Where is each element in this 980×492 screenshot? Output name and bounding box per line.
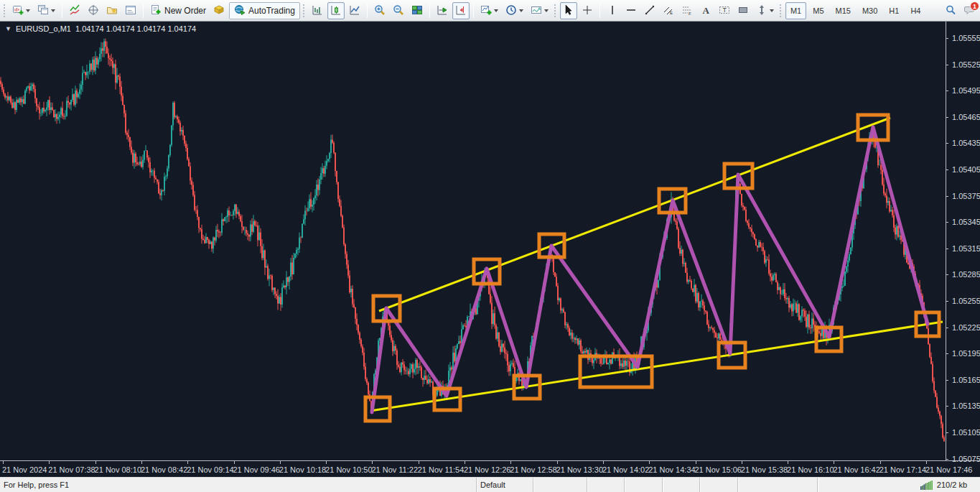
vertical-line-button[interactable] (604, 2, 621, 19)
chart-bars-icon (312, 4, 323, 16)
toolbar-dock-handle[interactable] (3, 4, 6, 18)
trendline-button[interactable] (641, 2, 658, 19)
svg-text:F: F (689, 11, 691, 16)
text-label-button[interactable]: T (716, 2, 733, 19)
toolbar-dock-handle[interactable] (554, 4, 557, 18)
terminal-icon (125, 4, 136, 16)
equidistant-channel-button[interactable]: E (660, 2, 677, 19)
time-axis-label: 21 Nov 15:06 (695, 465, 742, 474)
arrows-icon (756, 4, 767, 16)
navigator-button[interactable] (103, 2, 121, 19)
toolbar-group (364, 0, 426, 22)
chart-bars-button[interactable] (309, 2, 326, 19)
crosshair-button[interactable] (579, 2, 596, 19)
zoom-in-button[interactable] (371, 2, 388, 19)
profiles-button[interactable] (34, 2, 58, 19)
status-profile[interactable]: Default (476, 478, 533, 492)
candlestick-chart[interactable] (0, 22, 980, 477)
auto-scroll-icon (437, 4, 448, 16)
periods-button[interactable] (503, 2, 526, 19)
connection-traffic-label: 210/2 kb (937, 481, 967, 489)
dropdown-caret-icon[interactable] (544, 9, 549, 12)
data-window-button[interactable] (85, 2, 102, 19)
zoom-out-button[interactable] (390, 2, 407, 19)
toolbar-group (59, 0, 140, 22)
time-axis-label: 21 Nov 12:58 (510, 465, 556, 474)
price-axis-label: 1.05495 (952, 86, 980, 95)
dropdown-caret-icon[interactable] (51, 9, 55, 12)
new-order-label: New Order (164, 6, 206, 16)
chart-title: ▼ EURUSD_o,M1 1.04174 1.04174 1.04174 1.… (5, 24, 196, 33)
time-axis-label: 21 Nov 10:50 (325, 465, 372, 474)
toolbar-dock-handle[interactable] (302, 4, 306, 18)
toolbar-separator (473, 4, 474, 18)
shape-rectangle-button[interactable] (734, 2, 752, 19)
toolbar-group: EFAT (597, 0, 778, 22)
timeframe-h1-button[interactable]: H1 (884, 2, 904, 19)
timeframe-m15-button[interactable]: M15 (831, 2, 856, 19)
zigzag-pattern-line[interactable] (372, 127, 928, 412)
price-axis[interactable]: 1.055551.055251.054951.054651.054351.054… (946, 22, 980, 477)
chart-menu-icon[interactable]: ▼ (5, 25, 11, 32)
time-axis-label: 21 Nov 13:30 (556, 465, 603, 474)
status-segment (533, 478, 587, 492)
cursor-button[interactable] (560, 2, 577, 19)
status-segment (662, 478, 699, 492)
timeframe-label: M30 (860, 6, 879, 15)
terminal-button[interactable] (122, 2, 139, 19)
auto-scroll-button[interactable] (434, 2, 451, 19)
indicators-button[interactable] (477, 2, 501, 19)
text-button[interactable]: A (697, 2, 714, 19)
tile-windows-button[interactable] (409, 2, 426, 19)
time-axis-label: 21 Nov 17:14 (879, 465, 926, 474)
time-axis-label: 21 Nov 16:42 (833, 465, 879, 474)
dropdown-caret-icon[interactable] (519, 9, 523, 12)
fibonacci-button[interactable]: F (678, 2, 696, 19)
cursor-icon (563, 4, 574, 16)
zoom-in-icon (374, 4, 386, 16)
time-axis-label: 21 Nov 10:18 (279, 465, 326, 474)
expert-advisors-button[interactable] (210, 2, 228, 19)
dropdown-caret-icon[interactable] (494, 9, 498, 12)
autotrading-button[interactable]: AutoTrading (229, 2, 300, 19)
indicators-icon (480, 4, 492, 16)
periods-icon (505, 4, 517, 16)
time-axis[interactable]: 21 Nov 202421 Nov 07:3821 Nov 08:1021 No… (0, 461, 980, 477)
chart-line-button[interactable] (346, 2, 363, 19)
new-order-button[interactable]: New Order (147, 2, 209, 19)
price-axis-label: 1.05435 (952, 139, 980, 147)
timeframe-m30-button[interactable]: M30 (857, 2, 882, 19)
market-watch-button[interactable] (66, 2, 83, 19)
price-axis-label: 1.05135 (952, 402, 980, 410)
new-chart-button[interactable] (9, 2, 33, 19)
toolbar-separator (62, 4, 62, 18)
timeframe-m1-button[interactable]: M1 (785, 2, 806, 19)
timeframe-label: H4 (908, 6, 923, 15)
horizontal-line-button[interactable] (622, 2, 640, 19)
timeframe-h4-button[interactable]: H4 (905, 2, 925, 19)
expert-advisors-icon (213, 4, 225, 16)
upper-trendline[interactable] (379, 118, 890, 311)
chart-candles-button[interactable] (327, 2, 345, 19)
zoom-out-icon (393, 4, 404, 16)
community-button[interactable]: 1 (961, 2, 978, 19)
price-axis-label: 1.05405 (952, 165, 980, 174)
dropdown-caret-icon[interactable] (26, 9, 30, 12)
status-segment (587, 478, 624, 492)
price-axis-label: 1.05345 (952, 218, 980, 226)
profiles-icon (37, 4, 49, 16)
templates-button[interactable] (528, 2, 551, 19)
time-axis-label: 21 Nov 12:26 (464, 465, 510, 474)
status-bar: For Help, press F1 Default 210/2 kb (0, 477, 980, 492)
toolbar-group (426, 0, 470, 22)
dropdown-caret-icon[interactable] (770, 9, 774, 12)
time-axis-label: 21 Nov 09:46 (233, 465, 280, 474)
toolbar-separator (143, 4, 144, 18)
chart-shift-button[interactable] (452, 2, 470, 19)
chart-area[interactable]: ▼ EURUSD_o,M1 1.04174 1.04174 1.04174 1.… (0, 22, 980, 477)
search-button[interactable] (942, 2, 959, 19)
toolbar-dock-handle[interactable] (779, 4, 783, 18)
arrows-button[interactable] (753, 2, 777, 19)
data-window-icon (88, 4, 99, 16)
timeframe-m5-button[interactable]: M5 (808, 2, 829, 19)
